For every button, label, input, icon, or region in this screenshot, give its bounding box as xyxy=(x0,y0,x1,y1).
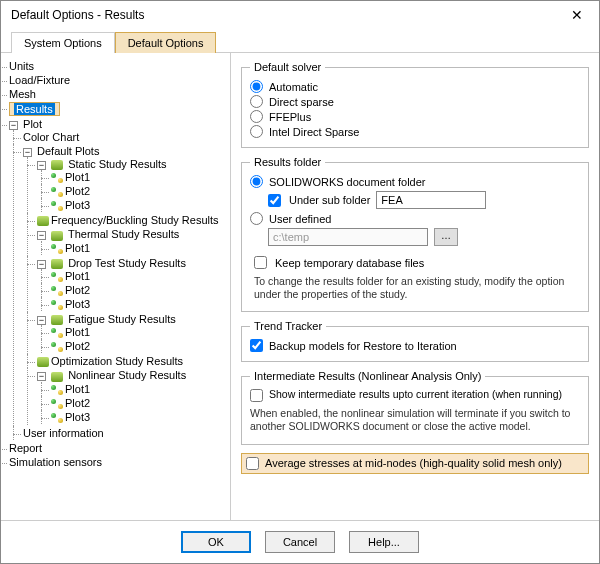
label-keep-temp[interactable]: Keep temporary database files xyxy=(275,257,424,269)
results-folder-note: To change the results folder for an exis… xyxy=(254,275,580,301)
tree-node-static-plot2[interactable]: Plot2 xyxy=(65,185,90,197)
trend-tracker-group: Trend Tracker Backup models for Restore … xyxy=(241,320,589,362)
tree-node-drop-test[interactable]: Drop Test Study Results xyxy=(68,257,186,269)
input-subfolder[interactable] xyxy=(376,191,486,209)
tree-node-thermal-study[interactable]: Thermal Study Results xyxy=(68,228,179,240)
tree-node-color-chart[interactable]: Color Chart xyxy=(23,131,79,143)
tree-toggle-plot[interactable]: − xyxy=(9,121,18,130)
radio-sw-folder[interactable] xyxy=(250,175,263,188)
tree-node-static-study[interactable]: Static Study Results xyxy=(68,158,166,170)
tabstrip: System Options Default Options xyxy=(1,27,599,53)
tree-toggle-thermal[interactable]: − xyxy=(37,231,46,240)
tree-node-droptest-plot3[interactable]: Plot3 xyxy=(65,298,90,310)
tree-node-results-wrap: Results xyxy=(9,102,60,116)
plot-icon xyxy=(51,286,63,296)
plot-icon xyxy=(51,201,63,211)
plot-icon xyxy=(51,342,63,352)
tree-toggle-droptest[interactable]: − xyxy=(37,260,46,269)
plot-icon xyxy=(51,187,63,197)
tree-node-nonlinear[interactable]: Nonlinear Study Results xyxy=(68,369,186,381)
avg-stress-row: Average stresses at mid-nodes (high-qual… xyxy=(241,453,589,474)
label-show-intermediate[interactable]: Show intermediate results upto current i… xyxy=(269,389,562,401)
checkbox-keep-temp[interactable] xyxy=(254,256,267,269)
label-ffeplus[interactable]: FFEPlus xyxy=(269,111,311,123)
plot-icon xyxy=(51,272,63,282)
checkbox-avg-stress[interactable] xyxy=(246,457,259,470)
radio-intel-direct[interactable] xyxy=(250,125,263,138)
options-tree: Units Load/Fixture Mesh Results − Plot C… xyxy=(5,59,226,469)
dialog-window: Default Options - Results ✕ System Optio… xyxy=(0,0,600,564)
tree-toggle-default-plots[interactable]: − xyxy=(23,148,32,157)
intermediate-results-group: Intermediate Results (Nonlinear Analysis… xyxy=(241,370,589,444)
tree-node-droptest-plot2[interactable]: Plot2 xyxy=(65,284,90,296)
tree-node-default-plots[interactable]: Default Plots xyxy=(37,145,99,157)
tree-node-thermal-plot1[interactable]: Plot1 xyxy=(65,242,90,254)
tree-node-mesh[interactable]: Mesh xyxy=(9,88,36,100)
study-icon xyxy=(51,315,63,325)
browse-button[interactable]: … xyxy=(434,228,458,246)
tree-toggle-fatigue[interactable]: − xyxy=(37,316,46,325)
tree-node-results[interactable]: Results xyxy=(14,103,55,115)
study-icon xyxy=(51,259,63,269)
tree-node-user-info[interactable]: User information xyxy=(23,427,104,439)
radio-automatic[interactable] xyxy=(250,80,263,93)
results-folder-legend: Results folder xyxy=(250,156,325,168)
tree-node-units[interactable]: Units xyxy=(9,60,34,72)
label-avg-stress[interactable]: Average stresses at mid-nodes (high-qual… xyxy=(265,457,562,469)
checkbox-backup-models[interactable] xyxy=(250,339,263,352)
tree-node-sim-sensors[interactable]: Simulation sensors xyxy=(9,456,102,468)
button-bar: OK Cancel Help... xyxy=(1,520,599,563)
label-user-defined[interactable]: User defined xyxy=(269,213,331,225)
plot-icon xyxy=(51,385,63,395)
tree-node-nonlinear-plot1[interactable]: Plot1 xyxy=(65,383,90,395)
tree-toggle-nonlinear[interactable]: − xyxy=(37,372,46,381)
tree-node-static-plot3[interactable]: Plot3 xyxy=(65,199,90,211)
default-solver-legend: Default solver xyxy=(250,61,325,73)
input-user-path xyxy=(268,228,428,246)
tab-default-options[interactable]: Default Options xyxy=(115,32,217,53)
tree-node-load-fixture[interactable]: Load/Fixture xyxy=(9,74,70,86)
tab-system-options[interactable]: System Options xyxy=(11,32,115,53)
label-under-subfolder[interactable]: Under sub folder xyxy=(289,194,370,206)
tree-node-fatigue-plot1[interactable]: Plot1 xyxy=(65,326,90,338)
tree-node-nonlinear-plot3[interactable]: Plot3 xyxy=(65,411,90,423)
tree-node-static-plot1[interactable]: Plot1 xyxy=(65,171,90,183)
tree-node-plot[interactable]: Plot xyxy=(23,118,42,130)
right-pane: Default solver Automatic Direct sparse F… xyxy=(231,53,599,520)
titlebar: Default Options - Results ✕ xyxy=(1,1,599,27)
trend-tracker-legend: Trend Tracker xyxy=(250,320,326,332)
plot-icon xyxy=(51,300,63,310)
study-icon xyxy=(51,231,63,241)
ok-button[interactable]: OK xyxy=(181,531,251,553)
intermediate-results-legend: Intermediate Results (Nonlinear Analysis… xyxy=(250,370,485,382)
study-icon xyxy=(37,357,49,367)
help-button[interactable]: Help... xyxy=(349,531,419,553)
radio-ffeplus[interactable] xyxy=(250,110,263,123)
study-icon xyxy=(51,160,63,170)
plot-icon xyxy=(51,244,63,254)
tree-node-fatigue-plot2[interactable]: Plot2 xyxy=(65,340,90,352)
checkbox-show-intermediate[interactable] xyxy=(250,389,263,402)
label-automatic[interactable]: Automatic xyxy=(269,81,318,93)
label-intel-direct[interactable]: Intel Direct Sparse xyxy=(269,126,359,138)
tree-node-report[interactable]: Report xyxy=(9,442,42,454)
label-backup-models[interactable]: Backup models for Restore to Iteration xyxy=(269,340,457,352)
close-icon[interactable]: ✕ xyxy=(565,7,589,23)
tree-node-freq-buckling[interactable]: Frequency/Buckling Study Results xyxy=(51,214,219,226)
cancel-button[interactable]: Cancel xyxy=(265,531,335,553)
checkbox-under-subfolder[interactable] xyxy=(268,194,281,207)
tree-node-nonlinear-plot2[interactable]: Plot2 xyxy=(65,397,90,409)
radio-user-defined[interactable] xyxy=(250,212,263,225)
label-sw-folder[interactable]: SOLIDWORKS document folder xyxy=(269,176,426,188)
study-icon xyxy=(37,216,49,226)
radio-direct-sparse[interactable] xyxy=(250,95,263,108)
tree-node-fatigue[interactable]: Fatigue Study Results xyxy=(68,313,176,325)
tree-node-droptest-plot1[interactable]: Plot1 xyxy=(65,270,90,282)
label-direct-sparse[interactable]: Direct sparse xyxy=(269,96,334,108)
plot-icon xyxy=(51,413,63,423)
tree-node-optimization[interactable]: Optimization Study Results xyxy=(51,355,183,367)
content-area: Units Load/Fixture Mesh Results − Plot C… xyxy=(1,53,599,520)
tree-pane: Units Load/Fixture Mesh Results − Plot C… xyxy=(1,53,231,520)
intermediate-note: When enabled, the nonlinear simulation w… xyxy=(250,407,580,433)
tree-toggle-static[interactable]: − xyxy=(37,161,46,170)
